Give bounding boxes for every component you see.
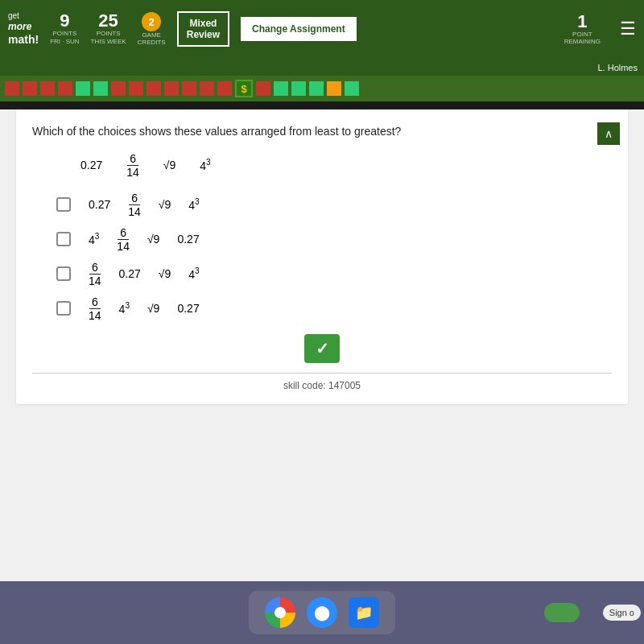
point-remaining-block: 1 POINTREMAINING bbox=[564, 13, 601, 45]
logo-math: math! bbox=[8, 33, 39, 47]
answer-c-decimal: 0.27 bbox=[119, 267, 141, 280]
given-fraction: 6 14 bbox=[126, 153, 139, 178]
points-fri-sun-value: 9 bbox=[60, 12, 69, 30]
given-decimal: 0.27 bbox=[80, 159, 102, 171]
color-tile bbox=[40, 81, 55, 96]
header: get more math! 9 POINTSFRI · SUN 25 POIN… bbox=[0, 0, 644, 58]
answer-a-sqrt: √9 bbox=[159, 198, 171, 211]
answer-d-sqrt: √9 bbox=[147, 302, 159, 315]
color-tile bbox=[93, 81, 108, 96]
checkbox-b[interactable] bbox=[56, 232, 71, 246]
points-fri-sun-block: 9 POINTSFRI · SUN bbox=[50, 12, 79, 45]
color-tile bbox=[111, 81, 126, 96]
game-credits-block: 2 GAMECREDITS bbox=[138, 12, 166, 46]
answer-row-a[interactable]: 0.27 6 14 √9 43 bbox=[56, 192, 612, 217]
checkmark-icon: ✓ bbox=[316, 339, 329, 358]
answer-row-d[interactable]: 6 14 43 √9 0.27 bbox=[56, 296, 612, 321]
dollar-badge: $ bbox=[235, 80, 253, 97]
submit-area: ✓ bbox=[32, 334, 612, 363]
user-name: L. Holmes bbox=[597, 63, 638, 72]
point-remaining-value: 1 bbox=[577, 13, 587, 31]
answer-d-fraction: 6 14 bbox=[89, 296, 101, 321]
answer-a-power: 43 bbox=[188, 197, 199, 212]
color-tile bbox=[58, 81, 72, 96]
color-tile bbox=[5, 81, 19, 96]
question-card: ∧ Which of the choices shows these value… bbox=[16, 109, 628, 404]
change-assignment-button[interactable]: Change Assignment bbox=[241, 17, 357, 41]
color-tile bbox=[327, 81, 341, 96]
checkbox-d[interactable] bbox=[56, 301, 71, 316]
hamburger-menu-button[interactable]: ☰ bbox=[620, 19, 636, 39]
toggle-button[interactable] bbox=[544, 603, 580, 622]
color-tile bbox=[291, 81, 306, 96]
given-power: 43 bbox=[200, 158, 210, 172]
points-this-week-value: 25 bbox=[98, 12, 118, 30]
answer-a-fraction: 6 14 bbox=[128, 192, 141, 217]
color-tile bbox=[217, 81, 232, 96]
logo: get more math! bbox=[8, 11, 39, 46]
color-tile bbox=[200, 81, 214, 96]
color-tile bbox=[345, 81, 359, 96]
answer-row-b[interactable]: 43 6 14 √9 0.27 bbox=[56, 227, 612, 252]
answer-c-fraction: 6 14 bbox=[89, 262, 101, 287]
points-fri-sun-label: POINTSFRI · SUN bbox=[50, 30, 79, 45]
points-this-week-block: 25 POINTSTHIS WEEK bbox=[91, 12, 126, 45]
answer-d-power: 43 bbox=[119, 301, 130, 316]
sign-in-button[interactable]: Sign o bbox=[603, 605, 641, 621]
color-tile bbox=[256, 81, 270, 96]
color-tile bbox=[76, 81, 90, 96]
color-tile bbox=[164, 81, 179, 96]
game-credits-label: GAMECREDITS bbox=[138, 31, 166, 46]
color-tile bbox=[129, 81, 143, 96]
dock: ⬤ 📁 bbox=[249, 591, 395, 634]
taskbar: ⬤ 📁 Sign o bbox=[0, 581, 644, 644]
chrome-icon[interactable] bbox=[265, 597, 295, 628]
submit-button[interactable]: ✓ bbox=[304, 334, 340, 363]
logo-get: get bbox=[8, 11, 39, 21]
color-tile bbox=[182, 81, 196, 96]
files-icon[interactable]: 📁 bbox=[349, 597, 379, 628]
logo-more: more bbox=[8, 21, 39, 32]
main-content: ∧ Which of the choices shows these value… bbox=[0, 109, 644, 581]
given-sqrt: √9 bbox=[163, 159, 175, 171]
color-tile bbox=[309, 81, 324, 96]
color-tile bbox=[147, 81, 161, 96]
game-credits-value: 2 bbox=[142, 12, 161, 31]
up-arrow-button[interactable]: ∧ bbox=[597, 122, 620, 145]
answer-b-decimal: 0.27 bbox=[177, 233, 199, 246]
answer-c-sqrt: √9 bbox=[159, 267, 171, 280]
points-this-week-label: POINTSTHIS WEEK bbox=[91, 30, 126, 45]
mixed-review-button[interactable]: MixedReview bbox=[177, 11, 229, 47]
answer-d-decimal: 0.27 bbox=[177, 302, 199, 315]
color-tile bbox=[23, 81, 37, 96]
given-values-row: 0.27 6 14 √9 43 bbox=[80, 153, 612, 178]
skill-code: skill code: 147005 bbox=[32, 373, 612, 391]
checkbox-c[interactable] bbox=[56, 266, 71, 281]
point-remaining-label: POINTREMAINING bbox=[564, 31, 601, 45]
answer-b-sqrt: √9 bbox=[147, 233, 159, 246]
answer-a-decimal: 0.27 bbox=[89, 198, 110, 211]
color-strip: $ bbox=[0, 76, 644, 101]
checkbox-a[interactable] bbox=[56, 197, 71, 212]
color-tile bbox=[274, 81, 288, 96]
answer-row-c[interactable]: 6 14 0.27 √9 43 bbox=[56, 262, 612, 287]
answer-b-power: 43 bbox=[89, 232, 99, 246]
zoom-icon[interactable]: ⬤ bbox=[307, 597, 337, 628]
answer-b-fraction: 6 14 bbox=[117, 227, 130, 252]
answer-c-power: 43 bbox=[188, 266, 199, 281]
question-text: Which of the choices shows these values … bbox=[32, 124, 612, 140]
